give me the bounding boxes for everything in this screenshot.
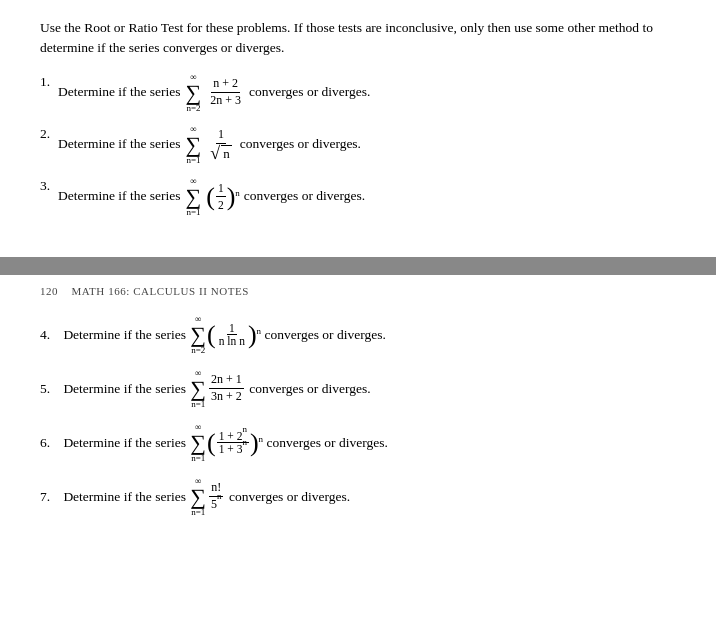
problem-5-number: 5. <box>40 381 60 397</box>
problem-1-fraction: n + 2 2n + 3 <box>208 76 243 108</box>
problem-7-denominator: 5n <box>209 497 224 513</box>
problem-7-sigma: ∞ ∑ n=1 <box>190 477 206 517</box>
problem-1-sigma-bot: n=2 <box>186 104 200 113</box>
problem-4: 4. Determine if the series ∞ ∑ n=2 ( 1 n… <box>40 315 676 355</box>
problem-6: 6. Determine if the series ∞ ∑ n=1 ( 1 +… <box>40 423 676 463</box>
problem-4-sigma-symbol: ∑ <box>190 324 206 346</box>
problem-2-sqrt: √ n <box>208 144 233 162</box>
sqrt-icon: √ <box>210 144 220 162</box>
problem-6-inner-den: 1 + 3n <box>217 443 249 455</box>
problem-7: 7. Determine if the series ∞ ∑ n=1 n! 5n… <box>40 477 676 517</box>
problem-4-sigma: ∞ ∑ n=2 <box>190 315 206 355</box>
problem-2-fraction: 1 √ n <box>208 127 233 162</box>
problem-2-number: 2. <box>40 125 58 144</box>
page-number: 120 <box>40 285 58 297</box>
problem-1-sigma-symbol: ∑ <box>186 82 202 104</box>
problem-5-denominator: 3n + 2 <box>209 389 244 405</box>
problem-6-inner-fraction: 1 + 2n 1 + 3n <box>217 430 249 455</box>
problem-5-prefix: Determine if the series <box>63 381 186 397</box>
problem-1: 1. Determine if the series ∞ ∑ n=2 n + 2… <box>40 73 676 113</box>
problem-7-sigma-bot: n=1 <box>191 508 205 517</box>
problem-2-suffix: converges or diverges. <box>240 135 361 154</box>
problem-5-suffix: converges or diverges. <box>249 381 370 397</box>
problem-6-rparen: ) <box>250 430 259 456</box>
problem-3-expr: ( 1 2 ) n <box>206 180 240 213</box>
problem-1-denominator: 2n + 3 <box>208 93 243 109</box>
problem-2-content: Determine if the series ∞ ∑ n=1 1 √ n co… <box>58 125 361 165</box>
problem-3-prefix: Determine if the series <box>58 187 181 206</box>
problem-7-number: 7. <box>40 489 60 505</box>
problem-4-prefix: Determine if the series <box>63 327 186 343</box>
problem-3-sigma: ∞ ∑ n=1 <box>186 177 202 217</box>
problem-4-number: 4. <box>40 327 60 343</box>
problem-3-inner-fraction: 1 2 <box>216 180 226 213</box>
problem-2-prefix: Determine if the series <box>58 135 181 154</box>
problem-5-fraction: 2n + 1 3n + 2 <box>209 372 244 404</box>
problem-2-sigma-symbol: ∑ <box>186 134 202 156</box>
problem-6-expr: ( 1 + 2n 1 + 3n ) n <box>207 430 263 456</box>
problem-1-number: 1. <box>40 73 58 92</box>
problem-6-sigma: ∞ ∑ n=1 <box>190 423 206 463</box>
problem-4-expr: ( 1 n ln n ) n <box>207 322 261 348</box>
problem-7-sigma-symbol: ∑ <box>190 486 206 508</box>
problem-6-suffix: converges or diverges. <box>266 435 387 451</box>
problem-3-lparen: ( <box>206 184 215 210</box>
problem-5-numerator: 2n + 1 <box>209 372 244 389</box>
problem-4-inner-den: n ln n <box>217 335 247 347</box>
problem-7-suffix: converges or diverges. <box>229 489 350 505</box>
problem-4-rparen: ) <box>248 322 257 348</box>
course-title: MATH 166: CALCULUS II NOTES <box>71 285 248 297</box>
problem-7-prefix: Determine if the series <box>63 489 186 505</box>
problem-5-sigma-bot: n=1 <box>191 400 205 409</box>
problem-2: 2. Determine if the series ∞ ∑ n=1 1 √ n… <box>40 125 676 165</box>
problem-2-numerator: 1 <box>216 127 226 144</box>
problem-6-prefix: Determine if the series <box>63 435 186 451</box>
problem-3-sigma-symbol: ∑ <box>186 186 202 208</box>
problem-1-numerator: n + 2 <box>211 76 240 93</box>
problem-3-number: 3. <box>40 177 58 196</box>
problem-2-sqrt-wrap: √ n <box>210 144 231 162</box>
problem-4-inner-fraction: 1 n ln n <box>217 322 247 347</box>
problem-3: 3. Determine if the series ∞ ∑ n=1 ( 1 2… <box>40 177 676 217</box>
top-section: Use the Root or Ratio Test for these pro… <box>0 0 716 247</box>
problem-1-suffix: converges or diverges. <box>249 83 370 102</box>
problem-3-suffix: converges or diverges. <box>244 187 365 206</box>
problem-3-sigma-bot: n=1 <box>186 208 200 217</box>
problem-4-lparen: ( <box>207 322 216 348</box>
problem-5-sigma: ∞ ∑ n=1 <box>190 369 206 409</box>
problem-7-fraction: n! 5n <box>209 480 224 512</box>
problem-3-rparen: ) <box>227 184 236 210</box>
instructions-text: Use the Root or Ratio Test for these pro… <box>40 18 676 59</box>
problem-4-suffix: converges or diverges. <box>264 327 385 343</box>
problem-3-content: Determine if the series ∞ ∑ n=1 ( 1 2 ) … <box>58 177 365 217</box>
problem-1-content: Determine if the series ∞ ∑ n=2 n + 2 2n… <box>58 73 370 113</box>
problem-6-sigma-symbol: ∑ <box>190 432 206 454</box>
page-header: 120 MATH 166: CALCULUS II NOTES <box>40 285 676 297</box>
problem-1-prefix: Determine if the series <box>58 83 181 102</box>
problem-4-sigma-bot: n=2 <box>191 346 205 355</box>
problem-5: 5. Determine if the series ∞ ∑ n=1 2n + … <box>40 369 676 409</box>
section-divider <box>0 257 716 275</box>
problem-1-sigma: ∞ ∑ n=2 <box>186 73 202 113</box>
problem-3-inner-num: 1 <box>216 180 226 197</box>
problem-4-inner-num: 1 <box>227 322 237 335</box>
problem-6-number: 6. <box>40 435 60 451</box>
problem-3-inner-den: 2 <box>216 197 226 213</box>
problem-6-lparen: ( <box>207 430 216 456</box>
problem-2-sigma-bot: n=1 <box>186 156 200 165</box>
problem-2-radicand: n <box>221 145 232 162</box>
problem-5-sigma-symbol: ∑ <box>190 378 206 400</box>
bottom-section: 120 MATH 166: CALCULUS II NOTES 4. Deter… <box>0 275 716 549</box>
problem-2-sigma: ∞ ∑ n=1 <box>186 125 202 165</box>
problem-6-sigma-bot: n=1 <box>191 454 205 463</box>
